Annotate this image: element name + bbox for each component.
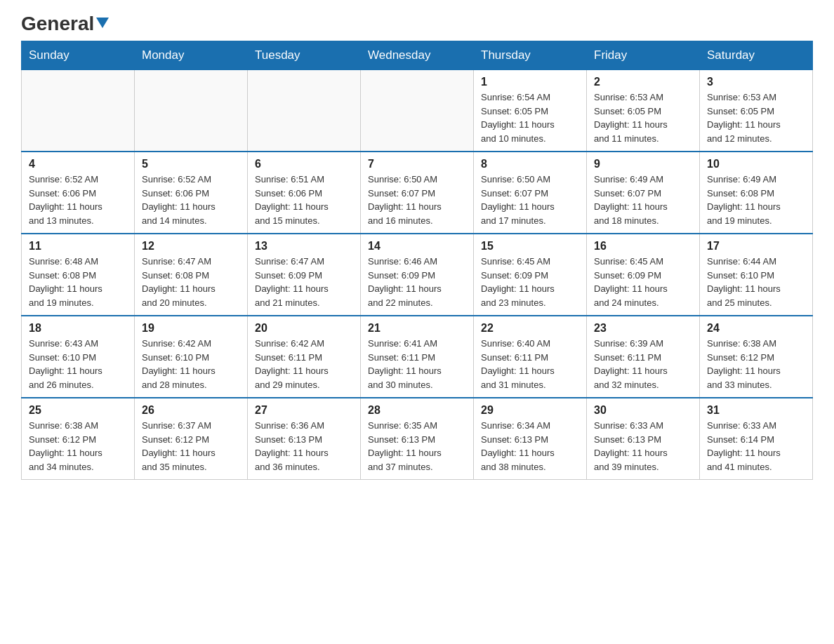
calendar-cell	[248, 70, 361, 152]
calendar-cell: 17Sunrise: 6:44 AM Sunset: 6:10 PM Dayli…	[700, 234, 813, 316]
day-number: 15	[481, 240, 579, 253]
calendar-week-1: 1Sunrise: 6:54 AM Sunset: 6:05 PM Daylig…	[22, 70, 813, 152]
day-header-friday: Friday	[587, 41, 700, 70]
day-info: Sunrise: 6:53 AM Sunset: 6:05 PM Dayligh…	[594, 90, 692, 145]
calendar-cell: 26Sunrise: 6:37 AM Sunset: 6:12 PM Dayli…	[135, 398, 248, 480]
day-info: Sunrise: 6:54 AM Sunset: 6:05 PM Dayligh…	[481, 90, 579, 145]
day-header-sunday: Sunday	[22, 41, 135, 70]
calendar-cell: 3Sunrise: 6:53 AM Sunset: 6:05 PM Daylig…	[700, 70, 813, 152]
calendar-cell: 31Sunrise: 6:33 AM Sunset: 6:14 PM Dayli…	[700, 398, 813, 480]
day-info: Sunrise: 6:46 AM Sunset: 6:09 PM Dayligh…	[368, 255, 466, 309]
day-number: 5	[142, 158, 240, 170]
calendar-cell: 14Sunrise: 6:46 AM Sunset: 6:09 PM Dayli…	[361, 234, 474, 316]
day-info: Sunrise: 6:38 AM Sunset: 6:12 PM Dayligh…	[29, 419, 127, 474]
day-info: Sunrise: 6:49 AM Sunset: 6:08 PM Dayligh…	[707, 173, 805, 227]
calendar-cell: 19Sunrise: 6:42 AM Sunset: 6:10 PM Dayli…	[135, 316, 248, 398]
calendar-cell: 7Sunrise: 6:50 AM Sunset: 6:07 PM Daylig…	[361, 152, 474, 234]
day-info: Sunrise: 6:50 AM Sunset: 6:07 PM Dayligh…	[481, 173, 579, 227]
day-number: 11	[29, 240, 127, 253]
day-number: 7	[368, 158, 466, 170]
day-number: 24	[707, 322, 805, 335]
day-info: Sunrise: 6:51 AM Sunset: 6:06 PM Dayligh…	[255, 173, 353, 227]
day-number: 21	[368, 322, 466, 335]
day-info: Sunrise: 6:52 AM Sunset: 6:06 PM Dayligh…	[29, 173, 127, 227]
logo-general-text: General	[21, 14, 109, 34]
day-info: Sunrise: 6:52 AM Sunset: 6:06 PM Dayligh…	[142, 173, 240, 227]
calendar-week-5: 25Sunrise: 6:38 AM Sunset: 6:12 PM Dayli…	[22, 398, 813, 480]
calendar-cell: 24Sunrise: 6:38 AM Sunset: 6:12 PM Dayli…	[700, 316, 813, 398]
day-info: Sunrise: 6:37 AM Sunset: 6:12 PM Dayligh…	[142, 419, 240, 474]
day-number: 20	[255, 322, 353, 335]
calendar-cell: 12Sunrise: 6:47 AM Sunset: 6:08 PM Dayli…	[135, 234, 248, 316]
calendar-cell: 21Sunrise: 6:41 AM Sunset: 6:11 PM Dayli…	[361, 316, 474, 398]
day-info: Sunrise: 6:43 AM Sunset: 6:10 PM Dayligh…	[29, 337, 127, 391]
day-info: Sunrise: 6:49 AM Sunset: 6:07 PM Dayligh…	[594, 173, 692, 227]
day-info: Sunrise: 6:33 AM Sunset: 6:13 PM Dayligh…	[594, 419, 692, 474]
calendar-cell: 28Sunrise: 6:35 AM Sunset: 6:13 PM Dayli…	[361, 398, 474, 480]
day-number: 26	[142, 404, 240, 417]
day-info: Sunrise: 6:45 AM Sunset: 6:09 PM Dayligh…	[481, 255, 579, 309]
day-number: 1	[481, 76, 579, 88]
day-number: 29	[481, 404, 579, 417]
day-number: 3	[707, 76, 805, 88]
calendar-week-4: 18Sunrise: 6:43 AM Sunset: 6:10 PM Dayli…	[22, 316, 813, 398]
day-header-thursday: Thursday	[474, 41, 587, 70]
day-info: Sunrise: 6:47 AM Sunset: 6:09 PM Dayligh…	[255, 255, 353, 309]
day-number: 16	[594, 240, 692, 253]
day-info: Sunrise: 6:38 AM Sunset: 6:12 PM Dayligh…	[707, 337, 805, 391]
day-number: 12	[142, 240, 240, 253]
day-info: Sunrise: 6:48 AM Sunset: 6:08 PM Dayligh…	[29, 255, 127, 309]
day-number: 30	[594, 404, 692, 417]
day-info: Sunrise: 6:44 AM Sunset: 6:10 PM Dayligh…	[707, 255, 805, 309]
day-number: 13	[255, 240, 353, 253]
day-number: 19	[142, 322, 240, 335]
day-header-monday: Monday	[135, 41, 248, 70]
day-info: Sunrise: 6:33 AM Sunset: 6:14 PM Dayligh…	[707, 419, 805, 474]
day-number: 17	[707, 240, 805, 253]
day-number: 9	[594, 158, 692, 170]
day-header-wednesday: Wednesday	[361, 41, 474, 70]
day-info: Sunrise: 6:34 AM Sunset: 6:13 PM Dayligh…	[481, 419, 579, 474]
day-number: 27	[255, 404, 353, 417]
calendar-cell: 2Sunrise: 6:53 AM Sunset: 6:05 PM Daylig…	[587, 70, 700, 152]
day-info: Sunrise: 6:41 AM Sunset: 6:11 PM Dayligh…	[368, 337, 466, 391]
day-info: Sunrise: 6:42 AM Sunset: 6:10 PM Dayligh…	[142, 337, 240, 391]
calendar-table: SundayMondayTuesdayWednesdayThursdayFrid…	[21, 41, 813, 480]
day-number: 18	[29, 322, 127, 335]
day-number: 2	[594, 76, 692, 88]
calendar-cell: 27Sunrise: 6:36 AM Sunset: 6:13 PM Dayli…	[248, 398, 361, 480]
day-number: 23	[594, 322, 692, 335]
calendar-cell: 1Sunrise: 6:54 AM Sunset: 6:05 PM Daylig…	[474, 70, 587, 152]
calendar-cell: 11Sunrise: 6:48 AM Sunset: 6:08 PM Dayli…	[22, 234, 135, 316]
calendar-cell: 8Sunrise: 6:50 AM Sunset: 6:07 PM Daylig…	[474, 152, 587, 234]
calendar-cell: 9Sunrise: 6:49 AM Sunset: 6:07 PM Daylig…	[587, 152, 700, 234]
day-info: Sunrise: 6:35 AM Sunset: 6:13 PM Dayligh…	[368, 419, 466, 474]
calendar-week-2: 4Sunrise: 6:52 AM Sunset: 6:06 PM Daylig…	[22, 152, 813, 234]
day-number: 6	[255, 158, 353, 170]
day-number: 14	[368, 240, 466, 253]
day-number: 4	[29, 158, 127, 170]
day-info: Sunrise: 6:40 AM Sunset: 6:11 PM Dayligh…	[481, 337, 579, 391]
page-header: General	[21, 14, 813, 34]
calendar-cell	[22, 70, 135, 152]
day-number: 31	[707, 404, 805, 417]
calendar-cell: 13Sunrise: 6:47 AM Sunset: 6:09 PM Dayli…	[248, 234, 361, 316]
calendar-week-3: 11Sunrise: 6:48 AM Sunset: 6:08 PM Dayli…	[22, 234, 813, 316]
day-info: Sunrise: 6:42 AM Sunset: 6:11 PM Dayligh…	[255, 337, 353, 391]
calendar-cell: 5Sunrise: 6:52 AM Sunset: 6:06 PM Daylig…	[135, 152, 248, 234]
day-number: 10	[707, 158, 805, 170]
day-info: Sunrise: 6:45 AM Sunset: 6:09 PM Dayligh…	[594, 255, 692, 309]
day-number: 22	[481, 322, 579, 335]
day-number: 25	[29, 404, 127, 417]
calendar-cell: 25Sunrise: 6:38 AM Sunset: 6:12 PM Dayli…	[22, 398, 135, 480]
calendar-cell: 6Sunrise: 6:51 AM Sunset: 6:06 PM Daylig…	[248, 152, 361, 234]
day-info: Sunrise: 6:39 AM Sunset: 6:11 PM Dayligh…	[594, 337, 692, 391]
calendar-cell: 20Sunrise: 6:42 AM Sunset: 6:11 PM Dayli…	[248, 316, 361, 398]
calendar-cell: 15Sunrise: 6:45 AM Sunset: 6:09 PM Dayli…	[474, 234, 587, 316]
calendar-cell: 29Sunrise: 6:34 AM Sunset: 6:13 PM Dayli…	[474, 398, 587, 480]
day-header-tuesday: Tuesday	[248, 41, 361, 70]
calendar-cell: 16Sunrise: 6:45 AM Sunset: 6:09 PM Dayli…	[587, 234, 700, 316]
day-number: 28	[368, 404, 466, 417]
logo: General	[21, 14, 109, 34]
calendar-cell	[361, 70, 474, 152]
